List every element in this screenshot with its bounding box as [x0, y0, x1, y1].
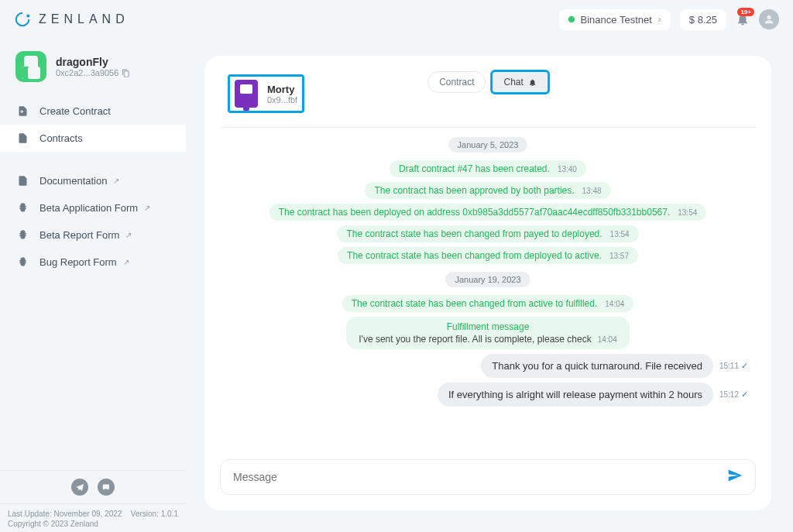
- external-link-icon: ↗: [125, 231, 132, 239]
- external-link-icon: ↗: [113, 177, 119, 185]
- message-time: 15:12 ✓: [719, 390, 748, 400]
- party-address: 0x9...fbf: [267, 95, 297, 105]
- chat-log: January 5, 2023 Draft contract #47 has b…: [204, 128, 771, 455]
- notifications-button[interactable]: 19+: [736, 12, 750, 26]
- user-address: 0xc2a2...3a9056: [56, 68, 130, 77]
- send-button[interactable]: [727, 468, 743, 486]
- nav-documentation[interactable]: Documentation ↗: [0, 167, 186, 194]
- app-header: ZENLAND Binance Testnet › $ 8.25 19+: [0, 0, 793, 39]
- discord-link[interactable]: [98, 479, 115, 496]
- network-selector[interactable]: Binance Testnet ›: [559, 9, 671, 30]
- tabs: Contract Chat: [427, 71, 548, 93]
- doc-icon: [17, 175, 29, 187]
- date-separator: January 19, 2023: [445, 272, 530, 287]
- copyright: Copyright © 2023 Zenland: [8, 520, 98, 528]
- tab-chat[interactable]: Chat: [493, 71, 548, 93]
- balance-pill[interactable]: $ 8.25: [680, 9, 726, 30]
- nav: Create Contract Contracts Documentation …: [0, 98, 186, 276]
- sidebar-footer: Last Update: November 09, 2022 Version: …: [0, 470, 186, 532]
- nav-contracts[interactable]: Contracts: [0, 125, 186, 152]
- fulfillment-title: Fulfillment message: [447, 321, 530, 332]
- system-message: The contract has been approved by both p…: [365, 182, 610, 199]
- system-message: Draft contract #47 has been created. 13:…: [390, 160, 586, 177]
- notif-badge: 19+: [737, 8, 754, 16]
- profile-button[interactable]: [759, 9, 779, 29]
- system-message: The contract state has been changed from…: [342, 295, 634, 312]
- sent-message-row: If everything is alright will release pa…: [228, 383, 748, 407]
- party-avatar-icon: [235, 80, 258, 108]
- balance-value: $ 8.25: [689, 14, 717, 26]
- external-link-icon: ↗: [144, 204, 150, 212]
- svg-point-0: [26, 14, 29, 17]
- brand-name: ZENLAND: [39, 12, 129, 26]
- file-icon: [17, 132, 29, 144]
- sent-message: Thank you for a quick turnaround. File r…: [481, 354, 713, 378]
- user-avatar-icon: [15, 51, 46, 82]
- discord-icon: [101, 482, 111, 492]
- nav-create-contract[interactable]: Create Contract: [0, 98, 186, 125]
- network-name: Binance Testnet: [581, 14, 652, 26]
- bug-icon: [17, 256, 29, 268]
- user-icon: [763, 13, 775, 26]
- nav-beta-report[interactable]: Beta Report Form ↗: [0, 221, 186, 249]
- current-user[interactable]: dragonFly 0xc2a2...3a9056: [0, 39, 186, 93]
- system-message: The contract state has been changed from…: [338, 247, 638, 264]
- check-icon: ✓: [741, 390, 748, 400]
- bug-icon: [17, 202, 29, 214]
- date-separator: January 5, 2023: [448, 137, 528, 153]
- fulfillment-message: Fulfillment message I've sent you the re…: [346, 317, 629, 349]
- nav-bug-report[interactable]: Bug Report Form ↗: [0, 249, 186, 276]
- nav-label: Create Contract: [39, 105, 111, 117]
- user-name: dragonFly: [56, 56, 130, 68]
- chevron-right-icon: ›: [658, 14, 661, 25]
- fulfillment-body: I've sent you the report file. All is co…: [359, 334, 591, 345]
- sidebar: dragonFly 0xc2a2...3a9056 Create Contrac…: [0, 39, 186, 532]
- file-plus-icon: [17, 105, 29, 117]
- main-header: Contract Chat Morty 0x9...fbf: [204, 56, 771, 121]
- main-panel: Contract Chat Morty 0x9...fbf January 5,…: [204, 56, 771, 510]
- status-dot-icon: [568, 16, 575, 22]
- message-time: 15:11 ✓: [719, 361, 748, 371]
- system-message: The contract has been deployed on addres…: [269, 204, 707, 221]
- nav-label: Documentation: [39, 175, 107, 187]
- sent-message-row: Thank you for a quick turnaround. File r…: [228, 354, 748, 378]
- system-message: The contract state has been changed from…: [337, 225, 638, 242]
- telegram-link[interactable]: [71, 479, 88, 496]
- social-links: [0, 471, 186, 504]
- nav-label: Beta Report Form: [39, 229, 119, 241]
- sent-message: If everything is alright will release pa…: [438, 383, 713, 407]
- nav-beta-application[interactable]: Beta Application Form ↗: [0, 194, 186, 221]
- zenland-logo-icon: [14, 11, 31, 28]
- header-right: Binance Testnet › $ 8.25 19+: [559, 9, 779, 30]
- nav-label: Beta Application Form: [39, 202, 138, 214]
- nav-label: Bug Report Form: [39, 256, 117, 268]
- telegram-icon: [75, 482, 84, 492]
- nav-label: Contracts: [39, 132, 83, 144]
- bell-icon: [528, 78, 537, 87]
- brand: ZENLAND: [14, 11, 129, 28]
- tab-chat-label: Chat: [504, 77, 524, 88]
- party-name: Morty: [267, 84, 297, 95]
- tab-contract[interactable]: Contract: [427, 71, 486, 93]
- copy-icon[interactable]: [122, 69, 130, 77]
- external-link-icon: ↗: [123, 258, 129, 266]
- check-icon: ✓: [741, 361, 748, 371]
- send-icon: [727, 468, 743, 483]
- message-input[interactable]: [233, 471, 727, 483]
- chat-party[interactable]: Morty 0x9...fbf: [228, 74, 304, 113]
- bug-icon: [17, 229, 29, 241]
- message-composer: [220, 459, 756, 495]
